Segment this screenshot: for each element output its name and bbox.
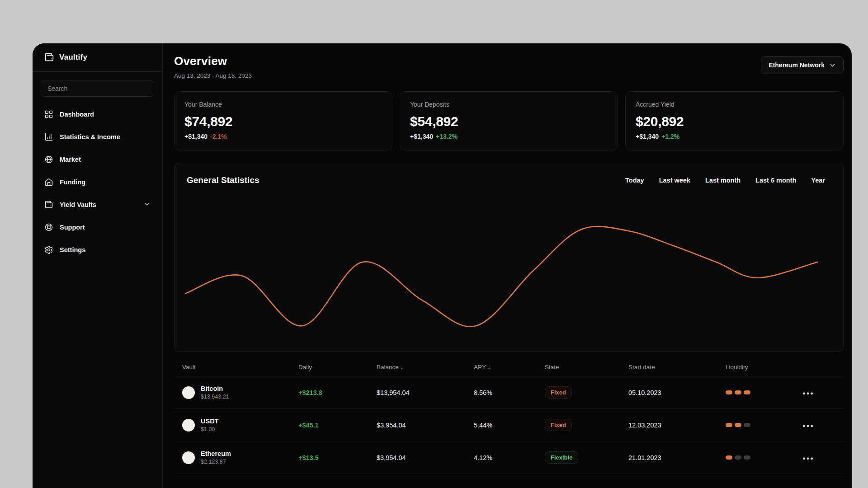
stat-card: Your Deposits $54,892 +$1,340+13.2% (400, 91, 618, 150)
vault-avatar (182, 419, 195, 432)
cell-daily: +$213.8 (290, 389, 368, 396)
sidebar-item-label: Market (60, 156, 81, 163)
column-header-apy[interactable]: APY ↓ (466, 364, 537, 371)
date-range: Aug 13, 2023 - Aug 18, 2023 (174, 72, 252, 79)
state-badge: Fixed (545, 419, 572, 431)
cell-apy: 5.44% (466, 422, 537, 429)
stat-card-value: $54,892 (410, 114, 608, 129)
sidebar-item-label: Funding (60, 178, 85, 186)
stat-cards: Your Balance $74,892 +$1,340-2.1% Your D… (174, 91, 844, 150)
bar-chart-icon (44, 132, 53, 141)
vault-avatar (182, 451, 195, 464)
row-menu-icon[interactable]: ●●● (802, 390, 814, 396)
app-name: Vaultify (59, 53, 87, 62)
stat-card-delta: +$1,340-2.1% (184, 133, 382, 140)
cell-balance: $3,954.04 (368, 454, 466, 461)
stat-card-value: $20,892 (636, 114, 833, 129)
range-tab-last-month[interactable]: Last month (705, 177, 741, 184)
column-header-state: State (537, 364, 620, 371)
liquidity-indicator (726, 455, 794, 460)
sidebar-item-label: Statistics & Income (60, 133, 120, 141)
app-logo: Vaultify (33, 43, 162, 72)
cell-start-date: 05.10.2023 (620, 389, 717, 396)
stat-card-delta: +$1,340+13.2% (410, 133, 608, 140)
cell-balance: $3,954.04 (368, 422, 466, 429)
cell-daily: +$45.1 (290, 422, 368, 429)
network-selector-label: Ethereum Network (769, 61, 825, 69)
range-tab-last-6-month[interactable]: Last 6 month (755, 177, 796, 184)
vault-name: Bitcoin (201, 385, 229, 392)
network-selector[interactable]: Ethereum Network (761, 56, 844, 74)
sidebar-item-market[interactable]: Market (33, 148, 162, 171)
liquidity-indicator (726, 390, 794, 394)
sidebar-item-dashboard[interactable]: Dashboard (33, 103, 162, 126)
stat-card-delta: +$1,340+1.2% (636, 133, 833, 140)
search-input[interactable] (41, 80, 154, 97)
chart-title: General Statistics (187, 175, 259, 185)
column-header-balance[interactable]: Balance ↓ (368, 364, 466, 371)
cell-apy: 8.56% (466, 389, 537, 396)
vault-price: $1.00 (201, 426, 218, 432)
stat-card-label: Your Deposits (410, 101, 608, 108)
sidebar-item-statistics-income[interactable]: Statistics & Income (33, 126, 162, 148)
sidebar-item-label: Settings (60, 246, 85, 253)
sidebar-item-label: Support (60, 224, 85, 231)
table-header: VaultDailyBalance ↓APY ↓StateStart dateL… (174, 358, 844, 376)
sidebar-nav: Dashboard Statistics & Income Market Fun… (33, 103, 162, 261)
sidebar-item-label: Dashboard (60, 111, 94, 118)
cell-start-date: 12.03.2023 (620, 422, 717, 429)
line-chart (175, 163, 843, 352)
gear-icon (44, 245, 53, 254)
cell-start-date: 21.01.2023 (620, 454, 717, 461)
sidebar-item-yield-vaults[interactable]: Yield Vaults (33, 193, 162, 216)
wallet-icon (44, 200, 53, 209)
vault-name: USDT (201, 418, 218, 425)
general-statistics-panel: General Statistics TodayLast weekLast mo… (174, 163, 844, 352)
cell-balance: $13,954.04 (368, 389, 466, 396)
table-body: Bitcoin $13,643.21 +$213.8 $13,954.04 8.… (174, 376, 844, 474)
cell-daily: +$13.5 (290, 454, 368, 461)
table-row[interactable]: Ethereum $2,123.87 +$13.5 $3,954.04 4.12… (174, 441, 844, 474)
vault-price: $13,643.21 (201, 394, 229, 400)
column-header-liquidity: Liquidity (717, 364, 794, 371)
page-header: Overview Aug 13, 2023 - Aug 18, 2023 Eth… (174, 54, 844, 80)
table-row[interactable]: USDT $1.00 +$45.1 $3,954.04 5.44% Fixed … (174, 409, 844, 441)
vault-name: Ethereum (201, 450, 231, 457)
main-content: Overview Aug 13, 2023 - Aug 18, 2023 Eth… (163, 43, 852, 488)
range-tabs: TodayLast weekLast monthLast 6 monthYear (625, 177, 825, 184)
row-menu-icon[interactable]: ●●● (802, 423, 814, 428)
chevron-down-icon (829, 62, 836, 69)
sidebar-item-label: Yield Vaults (60, 201, 96, 208)
app-window: Vaultify Dashboard Statistics & Income M… (33, 43, 852, 488)
table-row[interactable]: Bitcoin $13,643.21 +$213.8 $13,954.04 8.… (174, 376, 844, 409)
row-menu-icon[interactable]: ●●● (802, 455, 814, 461)
cell-apy: 4.12% (466, 454, 537, 461)
range-tab-today[interactable]: Today (625, 177, 644, 184)
sidebar-item-settings[interactable]: Settings (33, 239, 162, 261)
stat-card-label: Accrued Yield (636, 101, 833, 108)
life-buoy-icon (44, 223, 53, 232)
home-icon (44, 178, 53, 187)
globe-icon (44, 155, 53, 164)
chevron-down-icon (143, 201, 151, 209)
state-badge: Fixed (545, 386, 572, 399)
sidebar-item-funding[interactable]: Funding (33, 171, 162, 193)
liquidity-indicator (726, 423, 794, 427)
column-header-vault: Vault (174, 364, 290, 371)
page-title: Overview (174, 54, 252, 68)
vaults-table: VaultDailyBalance ↓APY ↓StateStart dateL… (174, 358, 844, 474)
column-header-daily: Daily (290, 364, 368, 371)
column-header-start-date: Start date (620, 364, 717, 371)
wallet-logo-icon (44, 52, 54, 62)
stat-card-value: $74,892 (184, 114, 382, 129)
stat-card: Your Balance $74,892 +$1,340-2.1% (174, 91, 392, 150)
sidebar-item-support[interactable]: Support (33, 216, 162, 239)
state-badge: Flexible (545, 451, 578, 464)
stat-card: Accrued Yield $20,892 +$1,340+1.2% (625, 91, 844, 150)
vault-price: $2,123.87 (201, 459, 231, 465)
dashboard-grid-icon (44, 110, 53, 119)
range-tab-year[interactable]: Year (811, 177, 825, 184)
sidebar: Vaultify Dashboard Statistics & Income M… (33, 43, 163, 488)
stat-card-label: Your Balance (184, 101, 382, 108)
range-tab-last-week[interactable]: Last week (659, 177, 690, 184)
